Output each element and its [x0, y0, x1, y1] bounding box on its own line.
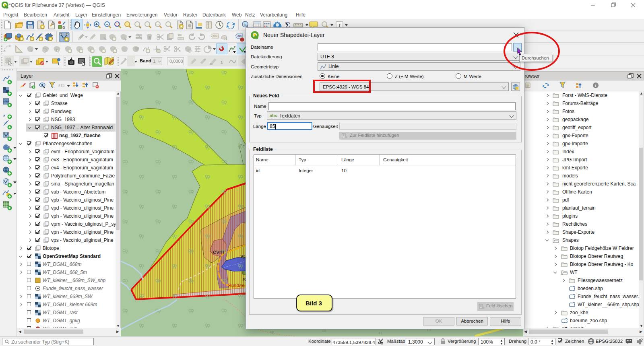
svg-text:abc: abc	[213, 34, 217, 37]
svg-text:ε: ε	[221, 58, 223, 65]
svg-text:i: i	[244, 22, 246, 27]
svg-text:ε: ε	[58, 82, 60, 87]
svg-text:19: 19	[322, 329, 326, 333]
svg-text:1:1: 1:1	[156, 23, 160, 26]
svg-text:,: ,	[3, 109, 5, 117]
svg-text:Rundwe: Rundwe	[228, 283, 244, 288]
svg-text:a: a	[62, 25, 65, 29]
svg-text:evm: evm	[213, 248, 224, 255]
svg-text:41: 41	[378, 331, 382, 335]
svg-text:i: i	[595, 83, 596, 88]
svg-text:49: 49	[270, 330, 274, 334]
